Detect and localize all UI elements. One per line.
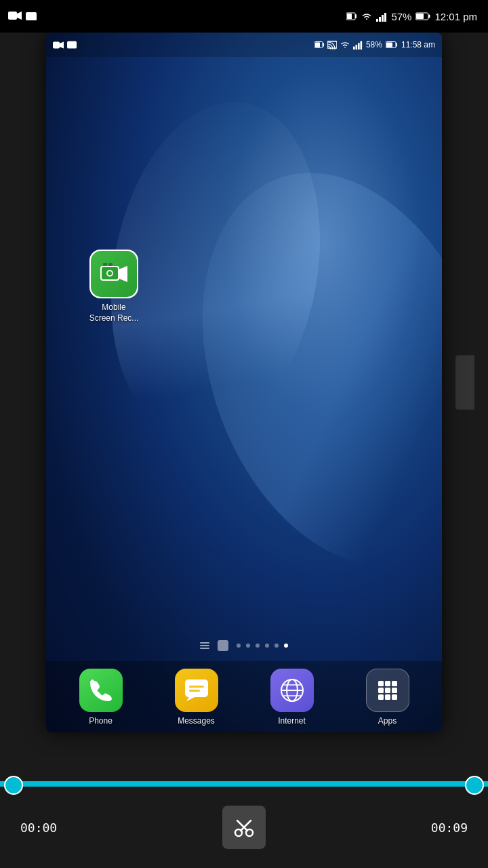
right-edge-handle: [442, 33, 488, 732]
svg-rect-9: [379, 17, 381, 22]
timeline-bar[interactable]: [0, 781, 488, 787]
svg-rect-6: [355, 14, 357, 18]
inner-status-bar: 58% 11:58 am: [46, 33, 442, 57]
wifi-outer-icon: [361, 11, 372, 22]
svg-rect-24: [353, 47, 355, 50]
timeline-handle-left[interactable]: [4, 776, 23, 795]
svg-marker-16: [60, 41, 64, 48]
outer-status-icons: 57% 12:01 pm: [346, 11, 477, 22]
phone-frame: 58% 11:58 am: [46, 33, 442, 732]
inner-status-left: [53, 40, 77, 50]
svg-rect-54: [385, 694, 390, 700]
page-dot-2: [246, 644, 250, 648]
phone-svg: [90, 679, 112, 701]
outer-status-bar: 57% 12:01 pm: [0, 0, 488, 33]
svg-rect-51: [385, 688, 390, 693]
home-indicator: [218, 640, 228, 651]
internet-svg: [280, 678, 304, 703]
bottom-controls: 00:00 00:09: [0, 787, 488, 868]
apps-label: Apps: [378, 716, 396, 726]
battery-inner-icon: [314, 41, 324, 48]
svg-point-37: [108, 271, 112, 275]
page-dot-active: [284, 644, 288, 648]
phone-label: Phone: [89, 716, 113, 726]
svg-rect-49: [392, 681, 397, 686]
svg-rect-53: [378, 694, 384, 700]
svg-rect-25: [355, 45, 357, 50]
svg-rect-11: [384, 13, 386, 22]
mobile-screen-recorder-app[interactable]: MobileScreen Rec...: [83, 250, 144, 323]
svg-rect-33: [103, 263, 107, 266]
recorder-icon-graphic: [99, 262, 129, 285]
outer-time: 12:01 pm: [434, 11, 477, 22]
photo-inner-icon: [67, 40, 77, 50]
dock-apps[interactable]: Apps: [361, 669, 415, 726]
inner-battery-percent: 58%: [366, 40, 382, 50]
svg-rect-30: [386, 43, 392, 47]
svg-marker-32: [119, 266, 127, 282]
svg-rect-52: [392, 688, 397, 693]
svg-rect-55: [392, 694, 397, 700]
svg-rect-8: [376, 19, 378, 22]
handle-bar: [455, 355, 474, 410]
video-inner-icon: [53, 41, 64, 49]
svg-marker-1: [17, 12, 22, 20]
svg-point-18: [69, 43, 72, 45]
svg-rect-27: [360, 41, 362, 50]
svg-marker-39: [186, 697, 195, 701]
dock: Phone Messages: [46, 661, 442, 732]
dock-internet[interactable]: Internet: [265, 669, 319, 726]
outer-battery-percent: 57%: [391, 11, 411, 22]
battery-outer-icon: [346, 11, 357, 22]
svg-rect-34: [108, 263, 113, 266]
apps-svg: [375, 678, 400, 703]
phone-dock-icon: [79, 669, 123, 712]
page-dot-1: [237, 644, 241, 648]
svg-rect-21: [323, 43, 324, 47]
svg-rect-14: [416, 14, 424, 19]
dock-messages[interactable]: Messages: [169, 669, 224, 726]
internet-dock-icon: [270, 669, 314, 712]
svg-rect-15: [53, 41, 60, 48]
timeline-handle-right[interactable]: [465, 776, 484, 795]
svg-rect-50: [378, 688, 384, 693]
internet-label: Internet: [278, 716, 306, 726]
svg-rect-26: [358, 43, 360, 50]
app-icon-wrapper: [89, 250, 138, 298]
start-time-label: 00:00: [20, 821, 57, 835]
svg-point-3: [28, 14, 30, 17]
end-time-label: 00:09: [431, 821, 468, 835]
app-label: MobileScreen Rec...: [89, 302, 139, 323]
apps-dock-icon: [366, 669, 409, 712]
svg-rect-22: [315, 43, 320, 47]
page-dot-3: [256, 644, 260, 648]
scissors-button[interactable]: [222, 806, 266, 849]
menu-indicator: [200, 642, 209, 649]
battery-level-outer-icon: [415, 12, 430, 20]
messages-svg: [185, 679, 208, 701]
messages-label: Messages: [178, 716, 215, 726]
svg-rect-41: [189, 690, 200, 692]
svg-rect-47: [378, 681, 384, 686]
page-indicators: [46, 640, 442, 651]
svg-rect-7: [347, 14, 352, 19]
svg-rect-13: [428, 15, 430, 18]
svg-rect-10: [382, 15, 384, 22]
signal-inner-icon: [353, 40, 363, 50]
wifi-inner-icon: [340, 40, 350, 50]
page-dot-5: [274, 644, 279, 648]
dock-phone[interactable]: Phone: [74, 669, 128, 726]
inner-status-right: 58% 11:58 am: [314, 40, 435, 50]
messages-dock-icon: [175, 669, 218, 712]
signal-outer-icon: [376, 11, 387, 22]
svg-rect-29: [396, 43, 397, 47]
battery-level-inner-icon: [386, 41, 398, 48]
outer-left-icons: [8, 11, 37, 22]
inner-time: 11:58 am: [401, 40, 435, 50]
svg-rect-0: [8, 12, 17, 20]
recorder-icon: [91, 251, 137, 297]
cast-inner-icon: [327, 40, 337, 50]
wallpaper: [46, 33, 442, 732]
photo-icon: [26, 11, 37, 22]
page-dot-4: [265, 644, 269, 648]
